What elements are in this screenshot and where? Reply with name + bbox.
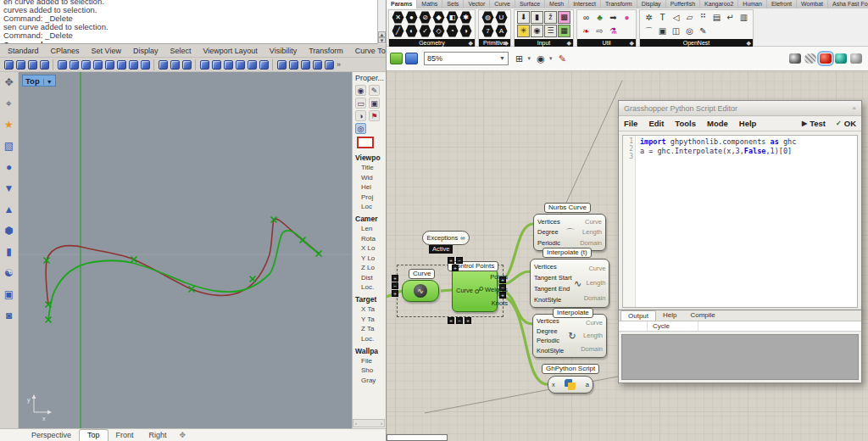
toolbar-tab-viewport-layout[interactable]: Viewport Layout	[197, 45, 263, 57]
viewport-tab-perspective[interactable]: Perspective	[24, 430, 79, 441]
ribbon-icon[interactable]: ⊘	[419, 11, 431, 24]
property-item[interactable]: Dist	[361, 274, 386, 282]
gh-tab-surface[interactable]: Surface	[515, 0, 545, 8]
port-handle-icon[interactable]: −	[456, 257, 463, 264]
rhino-tool-icon[interactable]	[313, 60, 322, 70]
rhino-tool-icon[interactable]	[259, 60, 269, 70]
open-file-icon[interactable]	[390, 53, 403, 64]
ribbon-icon[interactable]: ⠛	[697, 11, 709, 24]
gh-tab-curve[interactable]: Curve	[490, 0, 515, 8]
code-lines[interactable]: import ghpythonlib.components as ghca = …	[636, 136, 796, 307]
viewport-title-menu[interactable]: Top▼	[22, 75, 56, 87]
component-interpolate-t[interactable]: VerticesTangent StartTangent EndKnotStyl…	[530, 259, 609, 308]
property-item[interactable]: Hei	[361, 183, 386, 191]
toolbar-tab-visibility[interactable]: Visibility	[264, 45, 303, 57]
toolbar-tab-set-view[interactable]: Set View	[86, 45, 127, 57]
property-item[interactable]: Loc.	[361, 283, 386, 291]
test-button[interactable]: ▶Test	[802, 119, 826, 128]
viewport-tab-right[interactable]: Right	[142, 430, 175, 441]
ribbon-icon[interactable]: ◐	[405, 25, 418, 37]
polygon-icon[interactable]: ⬢	[3, 224, 16, 237]
property-item[interactable]: Rota	[361, 235, 386, 243]
control-point-markers[interactable]	[44, 217, 322, 323]
output-tab-output[interactable]: Output	[620, 310, 656, 321]
ribbon-icon[interactable]: ✱	[459, 11, 472, 24]
gh-tab-elefront[interactable]: Elefront	[767, 0, 797, 8]
input-port-vertices[interactable]: Vertices	[534, 263, 557, 271]
ribbon-icon[interactable]: ✕	[392, 11, 404, 24]
rhino-tool-icon[interactable]	[224, 60, 233, 70]
gh-tab-intersect[interactable]: Intersect	[569, 0, 601, 8]
chevron-down-icon[interactable]: ▼	[548, 56, 554, 61]
toolbar-overflow-icon[interactable]: »	[337, 60, 341, 69]
property-item[interactable]: Loc.	[361, 335, 386, 343]
pencil-icon[interactable]: ✎	[369, 85, 380, 96]
output-port-length[interactable]: Length	[587, 279, 606, 287]
ribbon-icon[interactable]: ◎	[683, 25, 696, 37]
input-port-knotstyle[interactable]: KnotStyle	[534, 296, 561, 304]
rhino-tool-icon[interactable]	[212, 60, 221, 70]
new-viewport-icon[interactable]: ✥	[175, 430, 192, 441]
ribbon-icon[interactable]: ✓	[419, 25, 431, 37]
ribbon-icon[interactable]: ↵	[724, 11, 737, 24]
port-handle-icon[interactable]: +	[465, 317, 471, 324]
gh-tab-display[interactable]: Display	[637, 0, 666, 8]
ribbon-icon[interactable]: ▦	[558, 25, 570, 37]
preview-shaded-icon[interactable]	[789, 53, 801, 64]
output-port-length[interactable]: Length	[583, 332, 603, 339]
rhino-tool-icon[interactable]	[40, 60, 49, 70]
curve-hook-icon[interactable]: ☯	[3, 266, 16, 280]
output-port-domain[interactable]: Domain	[584, 294, 606, 302]
property-item[interactable]: File	[361, 357, 386, 365]
ribbon-icon[interactable]: ▤	[710, 11, 723, 24]
ribbon-icon[interactable]: ◍	[481, 11, 494, 24]
port-handle-icon[interactable]: +	[452, 265, 459, 271]
rhino-tool-icon[interactable]	[129, 60, 138, 70]
output-port-curve[interactable]: Curve	[585, 218, 602, 226]
box-icon[interactable]: ▧	[3, 139, 16, 153]
python-editor-window[interactable]: Grasshopper Python Script Editor × FileE…	[618, 100, 862, 312]
rhino-tool-icon[interactable]	[117, 60, 126, 70]
hatch-sphere-icon[interactable]: ◙	[3, 309, 16, 322]
ribbon-icon[interactable]: ◁	[670, 11, 682, 24]
ribbon-icon[interactable]: ▥	[737, 11, 750, 24]
solid-box-icon[interactable]: ▣	[3, 287, 16, 301]
property-item[interactable]: X Lo	[361, 244, 386, 252]
ribbon-icon[interactable]: ◇	[432, 25, 445, 37]
input-port-tangent-start[interactable]: Tangent Start	[534, 274, 572, 282]
command-history[interactable]: en curve added to selection.curves added…	[0, 0, 377, 44]
output-port-domain[interactable]: Domain	[581, 345, 603, 353]
input-port-periodic[interactable]: Periodic	[537, 337, 559, 344]
ribbon-icon[interactable]: ∞	[580, 11, 593, 24]
ribbon-icon[interactable]: ▩	[558, 11, 570, 24]
properties-hscrollbar[interactable]: ‹›	[353, 419, 385, 427]
scroll-down-icon[interactable]: ▼	[378, 37, 386, 43]
gh-tab-human[interactable]: Human	[738, 0, 767, 8]
gh-tab-kangaroo2[interactable]: Kangaroo2	[700, 0, 738, 8]
grasshopper-canvas[interactable]: Exceptions∞ActiveCurve∿Control PointsCur…	[387, 71, 868, 441]
input-port-tangent-end[interactable]: Tangent End	[534, 285, 570, 293]
ribbon-icon[interactable]: T	[656, 11, 669, 24]
editor-menu-help[interactable]: Help	[739, 119, 757, 128]
rhino-tool-icon[interactable]	[93, 60, 103, 70]
sphere-icon[interactable]: ●	[3, 160, 16, 174]
rhino-tool-icon[interactable]	[170, 60, 180, 70]
ribbon-icon[interactable]: A	[495, 25, 508, 37]
property-item[interactable]: Z Ta	[361, 325, 386, 332]
output-port-length[interactable]: Length	[582, 228, 602, 236]
preview-custom-icon[interactable]	[835, 53, 847, 64]
editor-menu-mode[interactable]: Mode	[707, 119, 728, 128]
cylinder-icon[interactable]: ▮	[3, 245, 16, 259]
ribbon-icon[interactable]: ╱	[392, 25, 404, 37]
property-item[interactable]: Y Lo	[361, 254, 386, 262]
editor-titlebar[interactable]: Grasshopper Python Script Editor ×	[619, 101, 861, 116]
ribbon-icon[interactable]: ●	[405, 11, 418, 24]
ok-button[interactable]: ✓OK	[836, 119, 856, 128]
command-history-scrollbar[interactable]: ▲ ▼	[377, 0, 386, 44]
ribbon-icon[interactable]: ➡	[607, 11, 620, 24]
output-window[interactable]: OutputHelpCompile Cycle	[618, 310, 862, 383]
toolbar-tab-select[interactable]: Select	[164, 45, 197, 57]
property-item[interactable]: Len	[361, 225, 386, 232]
component-curve-param[interactable]: ∿	[402, 280, 439, 302]
gh-tab-sets[interactable]: Sets	[442, 0, 464, 8]
